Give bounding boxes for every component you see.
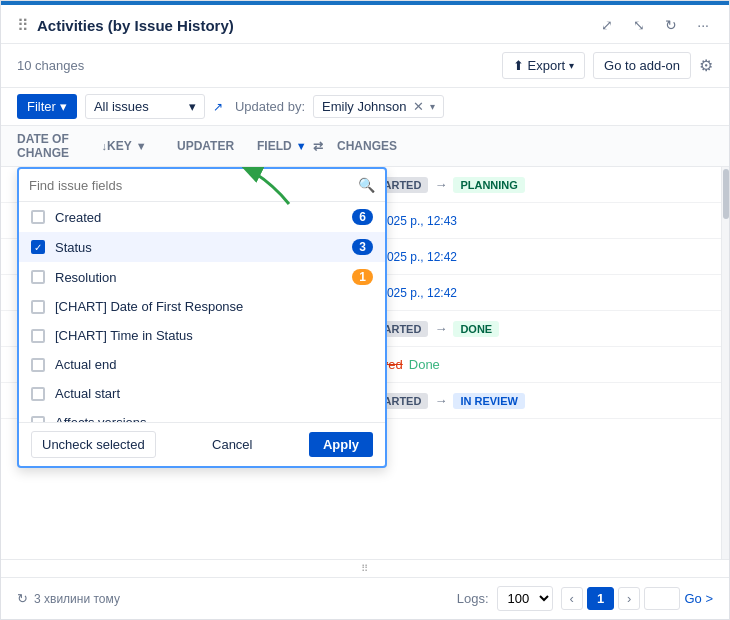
apply-button[interactable]: Apply	[309, 432, 373, 457]
header: ⠿ Activities (by Issue History) ⤢ ⤡ ↻ ··…	[1, 5, 729, 44]
resize-handle[interactable]: ⠿	[1, 559, 729, 577]
scrollbar-thumb	[723, 169, 729, 219]
expand-button[interactable]: ⤡	[629, 15, 649, 35]
page-input[interactable]	[644, 587, 680, 610]
item-label-status: Status	[55, 240, 342, 255]
checkbox-actual-start[interactable]	[31, 387, 45, 401]
item-label-created: Created	[55, 210, 342, 225]
uncheck-selected-button[interactable]: Uncheck selected	[31, 431, 156, 458]
logs-select[interactable]: 100	[497, 586, 553, 611]
header-right: ⤢ ⤡ ↻ ···	[597, 15, 713, 35]
list-item[interactable]: Actual start	[19, 379, 385, 408]
field-picker-dropdown: 🔍 Created 6 Status 3 Resolutio	[17, 167, 387, 468]
col-header-changes: Changes	[337, 139, 713, 153]
updater-label: Updated by:	[235, 99, 305, 114]
collapse-button[interactable]: ⤢	[597, 15, 617, 35]
col-header-date: Date of change ↓	[17, 132, 107, 160]
gear-button[interactable]: ⚙	[699, 56, 713, 75]
filter-label: Filter	[27, 99, 56, 114]
cell-changes-7: NOT STARTED → IN REVIEW	[337, 393, 705, 409]
search-icon: 🔍	[358, 177, 375, 193]
item-count-status: 3	[352, 239, 373, 255]
item-label-chart-time: [CHART] Time in Status	[55, 328, 373, 343]
toolbar: 10 changes ⬆ Export ▾ Go to add-on ⚙	[1, 44, 729, 88]
main-content: 07 л... NOT STARTED → PLANNING 07 л... 0…	[1, 167, 729, 559]
checkbox-chart-time[interactable]	[31, 329, 45, 343]
checkbox-created[interactable]	[31, 210, 45, 224]
filter-field-icon[interactable]: ▼	[296, 140, 307, 152]
dropdown-list: Created 6 Status 3 Resolution 1	[19, 202, 385, 422]
header-left: ⠿ Activities (by Issue History)	[17, 16, 234, 35]
field-search-input[interactable]	[29, 178, 352, 193]
toolbar-right: ⬆ Export ▾ Go to add-on ⚙	[502, 52, 713, 79]
list-item[interactable]: Status 3	[19, 232, 385, 262]
filter-chevron-icon: ▾	[60, 99, 67, 114]
checkbox-actual-end[interactable]	[31, 358, 45, 372]
footer-left: ↻ 3 хвилини тому	[17, 591, 120, 606]
issues-chevron-icon: ▾	[189, 99, 196, 114]
dropdown-search: 🔍	[19, 169, 385, 202]
page-title: Activities (by Issue History)	[37, 17, 234, 34]
table-header: Date of change ↓ Key ▼ Updater Field ▼ ⇄…	[1, 126, 729, 167]
item-label-chart-date: [CHART] Date of First Response	[55, 299, 373, 314]
issues-value: All issues	[94, 99, 149, 114]
more-button[interactable]: ···	[693, 15, 713, 35]
cancel-button[interactable]: Cancel	[212, 437, 252, 452]
done-text: Done	[409, 357, 440, 372]
checkbox-affects-versions[interactable]	[31, 416, 45, 423]
issues-select[interactable]: All issues ▾	[85, 94, 205, 119]
item-label-affects-versions: Affects versions	[55, 415, 373, 422]
next-page-button[interactable]: ›	[618, 587, 640, 610]
export-icon: ⬆	[513, 58, 524, 73]
export-chevron-icon: ▾	[569, 60, 574, 71]
list-item[interactable]: Resolution 1	[19, 262, 385, 292]
list-item[interactable]: [CHART] Time in Status	[19, 321, 385, 350]
app-container: ⠿ Activities (by Issue History) ⤢ ⤡ ↻ ··…	[0, 0, 730, 620]
cell-changes-6: Unresolved Done	[337, 357, 705, 372]
arrow-icon-5: →	[434, 321, 447, 336]
right-scrollbar[interactable]	[721, 167, 729, 559]
cell-changes-5: NOT STARTED → DONE	[337, 321, 705, 337]
filter-key-icon[interactable]: ▼	[136, 140, 147, 152]
settings-field-icon[interactable]: ⇄	[313, 139, 323, 153]
refresh-time: 3 хвилини тому	[34, 592, 120, 606]
badge-done-5: DONE	[453, 321, 499, 337]
updater-chip: Emily Johnson ✕ ▾	[313, 95, 444, 118]
drag-icon: ⠿	[17, 16, 29, 35]
badge-planning-1: PLANNING	[453, 177, 524, 193]
dropdown-footer: Uncheck selected Cancel Apply	[19, 422, 385, 466]
export-button[interactable]: ⬆ Export ▾	[502, 52, 586, 79]
checkbox-status[interactable]	[31, 240, 45, 254]
list-item[interactable]: Actual end	[19, 350, 385, 379]
item-label-resolution: Resolution	[55, 270, 342, 285]
pagination: ‹ 1 › Go >	[561, 587, 713, 610]
updater-chevron-icon[interactable]: ▾	[430, 101, 435, 112]
col-header-key: Key ▼	[107, 139, 177, 153]
refresh-icon: ↻	[17, 591, 28, 606]
cell-changes-4: 07 лют. 2025 р., 12:42	[337, 286, 705, 300]
footer: ↻ 3 хвилини тому Logs: 100 ‹ 1 › Go >	[1, 577, 729, 619]
prev-page-button[interactable]: ‹	[561, 587, 583, 610]
addon-button[interactable]: Go to add-on	[593, 52, 691, 79]
refresh-header-button[interactable]: ↻	[661, 15, 681, 35]
checkbox-chart-date[interactable]	[31, 300, 45, 314]
filter-row: Filter ▾ All issues ▾ ↗ Updated by: Emil…	[1, 88, 729, 126]
current-page: 1	[587, 587, 614, 610]
list-item[interactable]: Created 6	[19, 202, 385, 232]
col-header-updater: Updater	[177, 139, 257, 153]
list-item[interactable]: [CHART] Date of First Response	[19, 292, 385, 321]
item-label-actual-end: Actual end	[55, 357, 373, 372]
go-button[interactable]: Go >	[684, 591, 713, 606]
clear-updater-icon[interactable]: ✕	[413, 99, 424, 114]
footer-right: Logs: 100 ‹ 1 › Go >	[457, 586, 713, 611]
item-label-actual-start: Actual start	[55, 386, 373, 401]
list-item[interactable]: Affects versions	[19, 408, 385, 422]
checkbox-resolution[interactable]	[31, 270, 45, 284]
external-link-icon[interactable]: ↗	[213, 100, 223, 114]
arrow-icon-1: →	[434, 177, 447, 192]
filter-button[interactable]: Filter ▾	[17, 94, 77, 119]
cell-changes-1: NOT STARTED → PLANNING	[337, 177, 705, 193]
cell-changes-2: 07 лют. 2025 р., 12:43	[337, 214, 705, 228]
item-count-created: 6	[352, 209, 373, 225]
logs-label: Logs:	[457, 591, 489, 606]
